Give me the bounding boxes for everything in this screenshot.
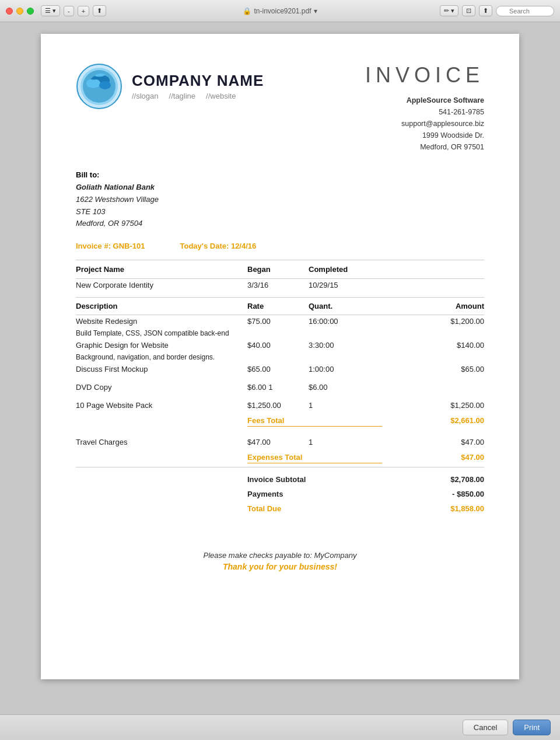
toolbar-right: ✏ ▾ ⊡ ⬆ (440, 5, 554, 16)
subtotal-row: Invoice Subtotal $2,708.00 (76, 472, 484, 487)
payments-label: Payments (247, 487, 382, 501)
window-title: 🔒 tn-invoice9201.pdf ▾ (243, 7, 317, 15)
chevron-down-icon: ▾ (314, 7, 317, 15)
invoice-title: INVOICE (365, 63, 484, 88)
subtotal-value: $2,708.00 (382, 472, 484, 487)
line-item-4-rate: $6.00 1 (247, 381, 309, 393)
fullscreen-button[interactable] (27, 8, 34, 15)
minimize-button[interactable] (16, 8, 23, 15)
invoice-title-section: INVOICE AppleSource Software 541-261-978… (365, 63, 484, 153)
project-data-row: New Corporate Identity 3/3/16 10/29/15 (76, 279, 484, 292)
table-row: Website Redesign $75.00 16:00:00 $1,200.… (76, 315, 484, 327)
line-item-5-desc: 10 Page Website Pack (76, 399, 247, 411)
toolbar-left: ☰ ▾ - + ⬆ (41, 5, 106, 16)
project-name-header: Project Name (76, 260, 247, 279)
line-item-2-quant: 3:30:00 (309, 339, 382, 351)
share2-button[interactable]: ⬆ (479, 5, 492, 16)
table-row: Travel Charges $47.00 1 $47.00 (76, 436, 484, 448)
expenses-total-row: Expenses Total $47.00 (76, 448, 484, 467)
spacer-1 (76, 291, 484, 297)
traffic-lights (6, 8, 34, 15)
invoice-table: Project Name Began Completed New Corpora… (76, 260, 484, 516)
svg-point-6 (99, 81, 111, 89)
close-button[interactable] (6, 8, 13, 15)
search-wrap (496, 6, 554, 16)
invoice-number-label: Invoice #: (76, 242, 111, 250)
payments-value: - $850.00 (382, 487, 484, 501)
invoice-paper: COMPANY NAME //slogan //tagline //websit… (41, 34, 519, 679)
cancel-button[interactable]: Cancel (463, 720, 508, 735)
crop-button[interactable]: ⊡ (462, 5, 475, 16)
invoice-number-field: Invoice #: GNB-101 (76, 242, 145, 250)
expenses-total-label: Expenses Total (247, 448, 382, 467)
line-item-2-subdesc: Background, navigation, and border desig… (76, 351, 247, 363)
expenses-total-value: $47.00 (382, 448, 484, 467)
lock-icon: 🔒 (243, 7, 251, 15)
bill-to-addr3: Medford, OR 97504 (76, 218, 484, 230)
company-name: COMPANY NAME (132, 72, 264, 89)
share-button[interactable]: ⬆ (93, 5, 106, 16)
line-item-1-quant: 16:00:00 (309, 315, 382, 327)
annotate-button[interactable]: ✏ ▾ (440, 5, 459, 16)
line-item-5-amount: $1,250.00 (382, 399, 484, 411)
contact-phone: 541-261-9785 (365, 106, 484, 118)
line-item-2-amount: $140.00 (382, 339, 484, 351)
company-tagline: //slogan //tagline //website (132, 92, 264, 100)
table-row: Build Template, CSS, JSON compatible bac… (76, 327, 484, 339)
invoice-meta: Invoice #: GNB-101 Today's Date: 12/4/16 (76, 242, 484, 250)
line-item-4-quant: $6.00 (309, 381, 382, 393)
payments-row: Payments - $850.00 (76, 487, 484, 501)
bill-to-addr2: STE 103 (76, 206, 484, 218)
line-item-2-desc: Graphic Design for Website (76, 339, 247, 351)
line-item-1-amount: $1,200.00 (382, 315, 484, 327)
zoom-in-button[interactable]: + (78, 6, 89, 16)
contact-name: AppleSource Software (365, 95, 484, 106)
fees-total-row: Fees Total $2,661.00 (76, 411, 484, 430)
invoice-footer: Please make checks payable to: MyCompany… (76, 551, 484, 571)
view-toggle-button[interactable]: ☰ ▾ (41, 5, 60, 16)
line-item-1-subdesc: Build Template, CSS, JSON compatible bac… (76, 327, 247, 339)
amount-placeholder-header (382, 260, 484, 279)
expense-item-1-desc: Travel Charges (76, 436, 247, 448)
line-item-2-rate: $40.00 (247, 339, 309, 351)
completed-header: Completed (309, 260, 382, 279)
expense-item-1-amount: $47.00 (382, 436, 484, 448)
line-items-header-row: Description Rate Quant. Amount (76, 297, 484, 315)
invoice-number-value: GNB-101 (113, 242, 145, 250)
total-due-value: $1,858.00 (382, 501, 484, 516)
line-item-3-desc: Discuss First Mockup (76, 363, 247, 375)
rate-header: Rate (247, 297, 309, 315)
line-item-3-quant: 1:00:00 (309, 363, 382, 375)
table-row: DVD Copy $6.00 1 $6.00 (76, 381, 484, 393)
title-text: tn-invoice9201.pdf (254, 7, 311, 15)
expense-item-1-rate: $47.00 (247, 436, 309, 448)
print-button[interactable]: Print (513, 720, 551, 735)
search-input[interactable] (496, 6, 554, 16)
zoom-out-button[interactable]: - (64, 6, 74, 16)
fees-total-value: $2,661.00 (382, 411, 484, 430)
company-logo (76, 63, 123, 110)
company-info: COMPANY NAME //slogan //tagline //websit… (132, 72, 264, 100)
spacer-2 (76, 375, 484, 381)
invoice-date-label: Today's Date: (180, 242, 229, 250)
svg-point-5 (86, 79, 100, 88)
quant-header: Quant. (309, 297, 382, 315)
titlebar: ☰ ▾ - + ⬆ 🔒 tn-invoice9201.pdf ▾ ✏ ▾ ⊡ ⬆ (0, 0, 560, 22)
desc-header: Description (76, 297, 247, 315)
fees-total-label: Fees Total (247, 411, 382, 430)
thank-you-message: Thank you for your business! (76, 562, 484, 571)
bill-to-name: Goliath National Bank (76, 181, 484, 194)
total-due-label: Total Due (247, 501, 382, 516)
line-item-4-desc: DVD Copy (76, 381, 247, 393)
spacer-4 (76, 430, 484, 436)
expense-item-1-quant: 1 (309, 436, 382, 448)
project-began-value: 3/3/16 (247, 279, 309, 292)
line-item-1-rate: $75.00 (247, 315, 309, 327)
project-name-value: New Corporate Identity (76, 279, 247, 292)
total-divider-row (76, 467, 484, 472)
spacer-3 (76, 393, 484, 399)
table-row: 10 Page Website Pack $1,250.00 1 $1,250.… (76, 399, 484, 411)
logo-section: COMPANY NAME //slogan //tagline //websit… (76, 63, 264, 110)
line-item-3-rate: $65.00 (247, 363, 309, 375)
line-item-5-quant: 1 (309, 399, 382, 411)
